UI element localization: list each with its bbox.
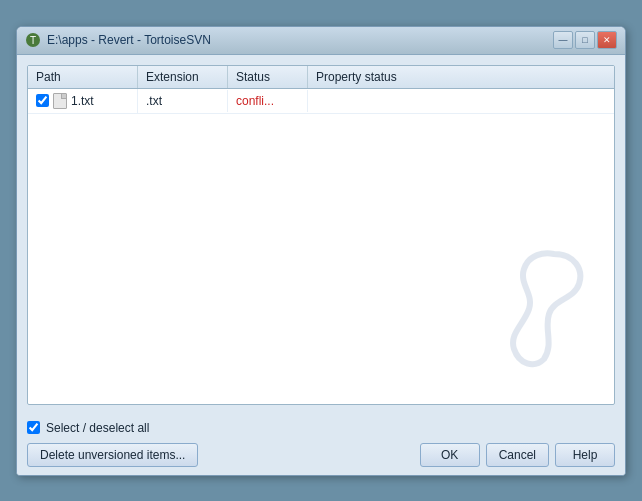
bottom-area: Select / deselect all Delete unversioned… <box>17 415 625 475</box>
file-cell-property-status <box>308 97 614 105</box>
spacer <box>204 443 413 467</box>
title-bar-left: T E:\apps - Revert - TortoiseSVN <box>25 32 211 48</box>
select-all-label: Select / deselect all <box>46 421 149 435</box>
select-all-checkbox[interactable] <box>27 421 40 434</box>
cancel-button[interactable]: Cancel <box>486 443 549 467</box>
file-list-container: Path Extension Status Property status 1.… <box>27 65 615 405</box>
watermark <box>494 244 594 374</box>
title-controls: — □ ✕ <box>553 31 617 49</box>
file-icon <box>53 93 67 109</box>
main-window: T E:\apps - Revert - TortoiseSVN — □ ✕ P… <box>16 26 626 476</box>
file-cell-status: confli... <box>228 90 308 112</box>
title-bar: T E:\apps - Revert - TortoiseSVN — □ ✕ <box>17 27 625 55</box>
file-cell-path: 1.txt <box>28 89 138 113</box>
app-icon: T <box>25 32 41 48</box>
maximize-button[interactable]: □ <box>575 31 595 49</box>
close-button[interactable]: ✕ <box>597 31 617 49</box>
file-cell-extension: .txt <box>138 90 228 112</box>
ok-button[interactable]: OK <box>420 443 480 467</box>
select-all-row: Select / deselect all <box>27 421 615 435</box>
content-area: Path Extension Status Property status 1.… <box>17 55 625 415</box>
help-button[interactable]: Help <box>555 443 615 467</box>
col-header-extension: Extension <box>138 66 228 88</box>
col-header-status: Status <box>228 66 308 88</box>
button-row: Delete unversioned items... OK Cancel He… <box>27 443 615 467</box>
file-name: 1.txt <box>71 94 94 108</box>
table-header: Path Extension Status Property status <box>28 66 614 89</box>
delete-unversioned-button[interactable]: Delete unversioned items... <box>27 443 198 467</box>
svg-text:T: T <box>30 35 36 46</box>
col-header-path: Path <box>28 66 138 88</box>
window-title: E:\apps - Revert - TortoiseSVN <box>47 33 211 47</box>
table-row: 1.txt .txt confli... <box>28 89 614 114</box>
minimize-button[interactable]: — <box>553 31 573 49</box>
row-checkbox[interactable] <box>36 94 49 107</box>
col-header-property-status: Property status <box>308 66 614 88</box>
